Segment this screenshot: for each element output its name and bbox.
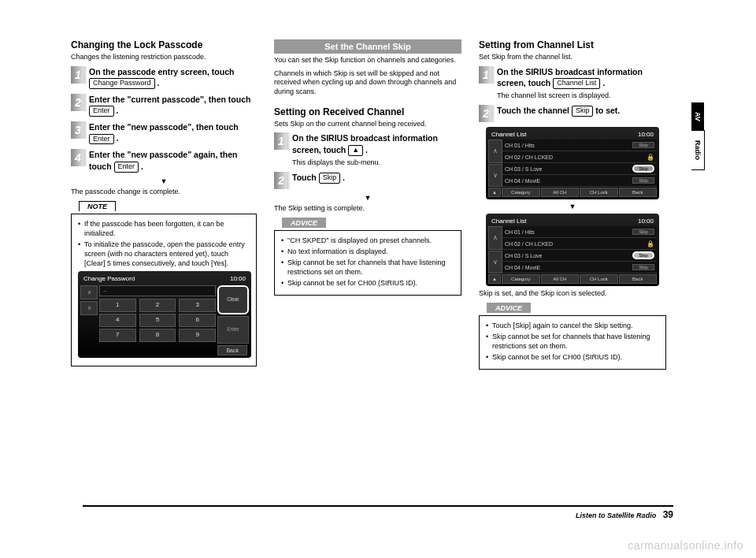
screen-title: Channel List	[491, 218, 526, 225]
channel-text: CH 01 / Hits	[505, 143, 623, 148]
subhead-change-passcode: Changes the listening restriction passco…	[71, 53, 257, 62]
note-item: If the passcode has been forgotten, it c…	[78, 219, 250, 238]
footer-page: 39	[663, 509, 673, 520]
skip-chip: Skip	[632, 177, 654, 184]
key-5: 5	[139, 314, 176, 327]
up-arrow-icon: ∧	[488, 226, 502, 250]
step-1: 1 On the SIRIUS broadcast information sc…	[274, 132, 461, 166]
step-text: Enter the "current passcode", then touch…	[89, 94, 257, 117]
up-arrow-icon: ∧	[80, 285, 98, 299]
step-number-icon: 3	[71, 121, 85, 139]
enter-button[interactable]: Enter	[89, 106, 114, 117]
step-1: 1 On the SIRIUS broadcast information sc…	[479, 66, 666, 100]
step-number-icon: 2	[274, 172, 288, 189]
down-arrow-icon: ▼	[274, 194, 461, 202]
channel-row: CH 03 / S LoveSkip	[502, 250, 657, 262]
screen-title: Change Password	[83, 275, 135, 284]
step-1: 1 On the passcode entry screen, touch Ch…	[71, 66, 257, 89]
watermark: carmanualsonline.info	[628, 539, 743, 552]
channel-text: CH 04 / MoviE	[505, 178, 623, 184]
key-6: 6	[179, 314, 216, 327]
bottom-bar-button: Category	[502, 274, 540, 284]
page-footer: Listen to Satellite Radio 39	[83, 505, 673, 520]
subhead: Sets Skip on the current channel being r…	[274, 120, 461, 129]
down-arrow-icon: ▼	[479, 203, 666, 210]
step-2: 2 Touch Skip .	[274, 172, 461, 189]
advice-item: Skip cannot be set for CH00 (SIRIUS ID).	[486, 352, 659, 362]
subhead: Set Skip from the channel list.	[479, 53, 666, 62]
advice-box: Touch [Skip] again to cancel the Skip se…	[479, 315, 666, 370]
channel-row: CH 04 / MoviESkip	[502, 175, 657, 187]
step-number-icon: 1	[479, 66, 493, 84]
channel-row: CH 01 / HitsSkip	[502, 226, 657, 238]
section-bar: Set the Channel Skip	[274, 39, 461, 54]
enter-button[interactable]: Enter	[89, 134, 114, 145]
channel-row: CH 02 / CH LCKED🔒	[502, 151, 657, 163]
step-2: 2 Touch the channel Skip to set.	[479, 105, 666, 122]
step-subtext: The channel list screen is displayed.	[497, 91, 666, 100]
down-arrow-icon: ∨	[488, 251, 502, 274]
bottom-bar-button: All CH	[541, 274, 580, 284]
bottom-bar-button: Back	[619, 188, 658, 197]
step-text: Enter the "new passcode", then touch Ent…	[89, 121, 257, 144]
bottom-bar-button: Back	[619, 274, 658, 284]
result-text: The Skip setting is complete.	[274, 204, 461, 212]
key-2: 2	[139, 299, 176, 312]
step-number-icon: 1	[71, 66, 85, 84]
step-text: On the SIRIUS broadcast information scre…	[497, 66, 666, 100]
channel-text: CH 01 / Hits	[505, 229, 623, 235]
subhead: You can set the Skip function on channel…	[274, 56, 461, 65]
column-2: Set the Channel Skip You can set the Ski…	[274, 39, 461, 370]
screenshot-keypad: Change Password 10:00 ∧ ∨ – 123 456 789	[78, 271, 251, 358]
down-arrow-icon: ∨	[488, 164, 502, 188]
advice-label: ADVICE	[282, 218, 326, 228]
advice-item: Skip cannot be set for channels that hav…	[281, 258, 454, 277]
step-subtext: This displays the sub-menu.	[292, 158, 461, 167]
column-1: Changing the Lock Passcode Changes the l…	[71, 39, 257, 370]
note-box: If the passcode has been forgotten, it c…	[71, 214, 257, 366]
down-arrow-icon: ▼	[71, 177, 257, 185]
bottom-bar-button: CH Lock	[580, 274, 618, 284]
channel-text: CH 02 / CH LCKED	[505, 241, 647, 247]
passcode-input: –	[99, 285, 216, 296]
back-button: Back	[217, 345, 247, 355]
result-text: The passcode change is complete.	[71, 188, 257, 195]
bottom-bar-button: All CH	[541, 188, 580, 197]
skip-button[interactable]: Skip	[319, 173, 341, 184]
channel-row: CH 03 / S LoveSkip	[502, 163, 657, 175]
clear-button-highlight: Clear	[217, 285, 249, 314]
step-text: Touch Skip .	[292, 172, 345, 184]
channel-row: CH 01 / HitsSkip	[502, 140, 657, 151]
heading-change-passcode: Changing the Lock Passcode	[71, 39, 257, 50]
step-number-icon: 4	[71, 149, 85, 166]
step-text: Enter the "new passcode" again, then tou…	[89, 149, 257, 172]
lock-icon: 🔒	[647, 240, 654, 247]
channel-text: CH 02 / CH LCKED	[505, 154, 647, 160]
bottom-bar-button: CH Lock	[580, 188, 618, 197]
change-password-button[interactable]: Change Password	[89, 78, 155, 89]
step-number-icon: 1	[274, 132, 288, 150]
screenshot-channel-list-2: Channel List 10:00 ∧ ∨ CH 01 / HitsSkipC…	[486, 214, 659, 286]
screen-time: 10:00	[230, 275, 246, 284]
up-triangle-button[interactable]: ▲	[348, 145, 363, 156]
step-2: 2 Enter the "current passcode", then tou…	[71, 94, 257, 117]
side-tabs: AV Radio	[691, 102, 705, 171]
channel-text: CH 04 / MoviE	[505, 265, 623, 270]
key-7: 7	[99, 329, 136, 342]
step-text: Touch the channel Skip to set.	[497, 105, 620, 117]
skip-button[interactable]: Skip	[572, 106, 594, 117]
screenshot-channel-list-1: Channel List 10:00 ∧ ∨ CH 01 / HitsSkipC…	[486, 127, 659, 199]
channel-list-button[interactable]: Channel List	[553, 78, 600, 89]
key-3: 3	[179, 299, 216, 312]
skip-chip: Skip	[632, 142, 654, 148]
enter-button[interactable]: Enter	[114, 162, 139, 173]
enter-button-dim: Enter	[217, 316, 249, 344]
bottom-bar-button: ▲	[488, 274, 501, 284]
step-text: On the SIRIUS broadcast information scre…	[292, 132, 461, 166]
lock-icon: 🔒	[647, 154, 654, 161]
bottom-bar-button: ▲	[488, 188, 501, 197]
subhead: Channels in which Skip is set will be sk…	[274, 69, 461, 97]
column-3: Setting from Channel List Set Skip from …	[479, 39, 666, 370]
screen-time: 10:00	[638, 131, 654, 138]
heading-setting-list: Setting from Channel List	[479, 39, 666, 50]
